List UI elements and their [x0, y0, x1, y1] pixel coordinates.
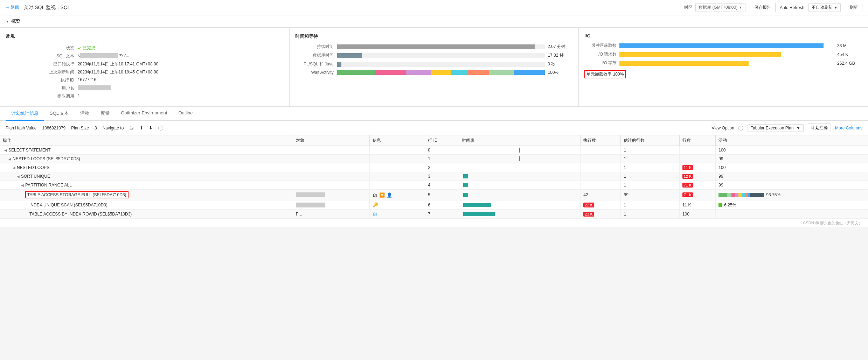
more-columns-button[interactable]: More Columns [835, 126, 862, 130]
execution-plan-select[interactable]: Tabular Execution Plan ▼ [748, 124, 804, 132]
nav-up-icon[interactable]: ⬆ [139, 125, 143, 130]
timezone-select[interactable]: 数据库 (GMT+08:00) ▼ [695, 3, 745, 12]
timeline-cell [459, 210, 581, 219]
table-row: INDEX UNIQUE SCAN (SEL$5DA710D3) ████ 🔑 … [0, 200, 868, 210]
nav-down-icon[interactable]: ⬇ [149, 125, 153, 130]
info-cell: 🗂 🔽 👤 [370, 190, 425, 200]
rows-badge: 12 K [682, 174, 693, 179]
header: ← 返回 实时 SQL 监视：SQL 时区 数据库 (GMT+08:00) ▼ … [0, 0, 868, 15]
triangle-icon: ◀ [13, 166, 15, 170]
rowid-cell: 6 [425, 200, 459, 210]
info-cell [370, 155, 425, 163]
io-bytes-bar [619, 61, 748, 66]
rowid-cell: 4 [425, 181, 459, 190]
rowid-cell: 0 [425, 146, 459, 155]
rows-badge: 71 K [682, 192, 693, 197]
wait-activity-bar [337, 70, 545, 75]
timeline-cell [459, 163, 581, 172]
buffer-gets-row: 缓冲区获取数 33 M [584, 43, 862, 49]
activity-cell: 6.25% [716, 200, 868, 210]
activity-cell: 93.75% [716, 190, 868, 200]
fetch-calls-value: 1 [76, 93, 283, 100]
obj-cell [293, 163, 370, 172]
triangle-icon: ◀ [17, 175, 20, 178]
info-cell [370, 163, 425, 172]
tab-metrics[interactable]: 度量 [95, 107, 115, 121]
section-title: 概览 [11, 18, 20, 24]
chevron-down-icon: ▼ [739, 6, 742, 9]
activity-cell: 100 [716, 146, 868, 155]
triangle-icon: ◀ [21, 183, 24, 187]
triangle-icon: ◀ [8, 157, 11, 161]
plan-size-label: Plan Size [71, 126, 89, 130]
col-info: 信息 [370, 135, 425, 146]
timeline-cell [459, 190, 581, 200]
timeline-cell [459, 146, 581, 155]
buffer-gets-value: 33 M [834, 43, 862, 48]
tab-activity[interactable]: 活动 [75, 107, 95, 121]
general-card-title: 常规 [6, 33, 284, 40]
rowid-cell: 3 [425, 172, 459, 181]
triangle-icon: ◀ [4, 148, 7, 152]
info-cell [370, 172, 425, 181]
buffer-gets-label: 缓冲区获取数 [584, 43, 619, 49]
view-option-label: View Option [711, 126, 734, 130]
plan-hash-label: Plan Hash Value [6, 126, 37, 130]
rows-badge: 11 K [682, 165, 693, 170]
tabs: 计划统计信息 SQL 文本 活动 度量 Optimizer Environmen… [0, 107, 868, 121]
rows-cell: 71 K [679, 181, 716, 190]
info-cell: 🗂 [370, 210, 425, 219]
tab-plan-stats[interactable]: 计划统计信息 [6, 107, 44, 121]
nav-table-icon[interactable]: 🗂 [129, 125, 134, 130]
execs-cell [581, 172, 621, 181]
status-label: 状态 [6, 44, 76, 52]
rows-cell: 100 [679, 210, 716, 219]
auto-refresh-label: Auto Refresh [780, 5, 804, 10]
col-rows: 行数 [679, 135, 716, 146]
timezone-section: 时区 数据库 (GMT+08:00) ▼ [684, 3, 745, 12]
io-bytes-row: I/O 字节 252.4 GB [584, 60, 862, 66]
last-refresh-label: 上次刷新时间 [6, 69, 76, 76]
refresh-button[interactable]: 刷新 [845, 3, 862, 12]
info-cell: 🔑 [370, 200, 425, 210]
plsql-value: 0 秒 [545, 61, 573, 67]
rowid-cell: 1 [425, 155, 459, 163]
tab-optimizer-env[interactable]: Optimizer Environment [115, 107, 173, 121]
chevron-down-icon: ▼ [834, 6, 838, 9]
username-label: 用户名 [6, 85, 76, 92]
save-report-button[interactable]: 保存报告 [750, 3, 776, 12]
sql-text-value: s████████ ???... [76, 52, 283, 60]
back-button[interactable]: ← 返回 [6, 5, 19, 10]
duration-label: 持续时间 [295, 44, 337, 50]
wait-activity-label: Wait Activity [295, 70, 337, 75]
auto-refresh-select[interactable]: 不自动刷新 ▼ [808, 3, 841, 12]
obj-cell [293, 155, 370, 163]
duration-row: 持续时间 2.07 分钟 [295, 44, 573, 50]
activity-cell: 99 [716, 181, 868, 190]
navigate-info-icon[interactable]: i [158, 126, 163, 130]
timeline-cell [459, 155, 581, 163]
index-icon: 🔑 [373, 202, 378, 207]
plan-info-bar: Plan Hash Value 1086921079 Plan Size 8 N… [0, 121, 868, 135]
tab-outline[interactable]: Outline [173, 107, 198, 121]
view-option-info-icon[interactable]: i [738, 126, 743, 130]
plan-note-button[interactable]: 计划注释 [808, 123, 831, 132]
start-time-label: 已开始执行 [6, 61, 76, 68]
execs-cell [581, 155, 621, 163]
tab-sql-text[interactable]: SQL 文本 [44, 107, 75, 121]
obj-cell [293, 172, 370, 181]
est-rows-cell: 1 [621, 210, 679, 219]
execs-badge: 23 K [583, 212, 594, 217]
efficiency-badge: 单元卸载效率 100% [584, 70, 626, 78]
collapse-icon[interactable]: ▼ [6, 20, 9, 23]
wait-activity-percent: 100% [545, 70, 573, 75]
duration-value: 2.07 分钟 [545, 44, 573, 50]
est-rows-cell: 1 [621, 172, 679, 181]
rows-cell: 11 K [679, 163, 716, 172]
footer: CSDN @ 胖头鱼的鱼缸（尹海文） [0, 219, 868, 227]
table-row: ◀NESTED LOOPS 2 1 11 K 100 [0, 163, 868, 172]
table-icon: 🗂 [373, 211, 377, 217]
exec-id-value: 16777216 [76, 77, 283, 84]
io-bytes-value: 252.4 GB [834, 61, 862, 66]
plsql-row: PL/SQL 和 Java 0 秒 [295, 61, 573, 67]
